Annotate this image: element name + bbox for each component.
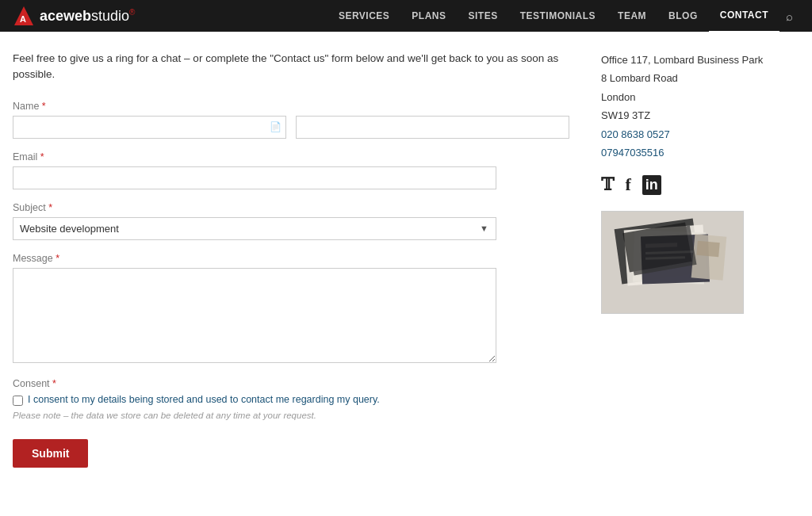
intro-text: Feel free to give us a ring for a chat –… [13,51,569,83]
name-label: Name * [13,101,569,112]
svg-rect-7 [645,243,677,248]
main-content: Feel free to give us a ring for a chat –… [13,51,569,468]
subject-group: Subject * Website development SEO Hostin… [13,202,569,240]
consent-checkbox-label[interactable]: I consent to my details being stored and… [28,394,380,405]
subject-select[interactable]: Website development SEO Hosting General … [13,217,496,240]
nav-sites[interactable]: SITES [458,0,509,32]
svg-rect-11 [696,241,719,257]
nav-contact[interactable]: CONTACT [709,0,779,32]
last-name-wrap [296,116,569,139]
subject-select-wrap: Website development SEO Hosting General … [13,217,496,240]
address-line2: 8 Lombard Road [601,69,799,87]
logo[interactable]: A acewebstudio® [13,5,135,27]
facebook-icon[interactable]: f [625,174,630,195]
site-header: A acewebstudio® SERVICES PLANS SITES TES… [0,0,812,32]
twitter-icon[interactable]: 𝕋 [601,174,614,195]
address-line3: London [601,88,799,106]
submit-button[interactable]: Submit [13,439,88,468]
svg-rect-9 [645,256,685,260]
nav-team[interactable]: TEAM [607,0,657,32]
search-icon[interactable]: ⌕ [779,10,799,23]
svg-text:A: A [20,14,26,24]
name-row: 📄 [13,116,569,139]
message-textarea[interactable] [13,268,496,363]
logo-ace-text: ace [40,8,63,24]
address-block: Office 117, Lombard Business Park 8 Lomb… [601,51,799,162]
message-label: Message * [13,253,569,264]
main-nav: SERVICES PLANS SITES TESTIMONIALS TEAM B… [327,0,799,32]
phone1[interactable]: 020 8638 0527 [601,125,799,143]
email-input[interactable] [13,166,496,189]
svg-rect-10 [691,235,727,281]
svg-rect-8 [645,250,693,254]
logo-icon: A [13,5,35,27]
first-name-wrap: 📄 [13,116,286,139]
subject-label: Subject * [13,202,569,213]
name-group: Name * 📄 [13,101,569,139]
sidebar: Office 117, Lombard Business Park 8 Lomb… [601,51,799,468]
consent-note: Please note – the data we store can be d… [13,411,569,420]
consent-checkbox-row: I consent to my details being stored and… [13,394,569,406]
address-line4: SW19 3TZ [601,106,799,124]
message-group: Message * [13,253,569,365]
phone2[interactable]: 07947035516 [601,143,799,162]
nav-testimonials[interactable]: TESTIMONIALS [509,0,607,32]
first-name-input[interactable] [13,116,286,139]
consent-section: Consent * I consent to my details being … [13,378,569,420]
contact-form: Name * 📄 Email * [13,101,569,468]
logo-reg-text: ® [129,8,135,17]
nav-blog[interactable]: BLOG [657,0,709,32]
page-wrapper: Feel free to give us a ring for a chat –… [0,32,812,487]
address-line1: Office 117, Lombard Business Park [601,51,799,69]
nav-plans[interactable]: PLANS [400,0,457,32]
email-label: Email * [13,151,569,162]
sidebar-image [601,211,744,314]
logo-web-text: web [63,8,91,24]
consent-label: Consent * [13,378,569,389]
logo-studio-text: studio [91,8,129,24]
linkedin-icon[interactable]: in [642,175,661,195]
social-icons: 𝕋 f in [601,174,799,195]
email-group: Email * [13,151,569,189]
last-name-input[interactable] [296,116,569,139]
nav-services[interactable]: SERVICES [327,0,400,32]
consent-checkbox[interactable] [13,396,23,406]
